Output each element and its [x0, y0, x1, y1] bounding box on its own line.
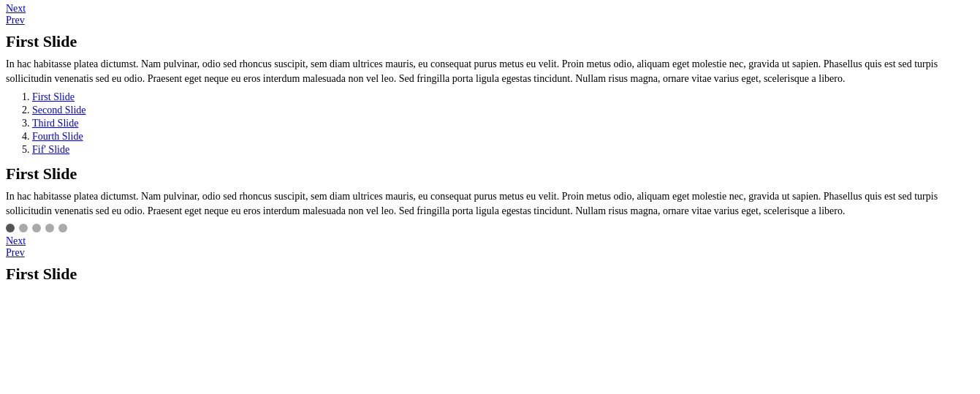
prev-link-bottom[interactable]: Prev — [6, 247, 974, 259]
list-item: Fourth Slide — [32, 131, 974, 143]
prev-link-top[interactable]: Prev — [6, 15, 974, 26]
dot-2[interactable] — [19, 224, 28, 232]
section-3: First Slide — [6, 265, 974, 284]
top-nav: Next Prev — [6, 3, 974, 26]
list-item: Second Slide — [32, 105, 974, 116]
list-item: Fif' Slide — [32, 144, 974, 156]
section-1-body: In hac habitasse platea dictumst. Nam pu… — [6, 57, 974, 86]
carousel-dots — [6, 224, 974, 232]
section-3-title: First Slide — [6, 265, 974, 284]
list-link-5[interactable]: Fif' Slide — [32, 144, 69, 155]
section-2-title: First Slide — [6, 164, 974, 183]
list-link-3[interactable]: Third Slide — [32, 118, 78, 129]
list-link-1[interactable]: First Slide — [32, 91, 75, 102]
list-item: Third Slide — [32, 118, 974, 129]
section-2: First Slide In hac habitasse platea dict… — [6, 164, 974, 218]
section-1: First Slide In hac habitasse platea dict… — [6, 32, 974, 86]
section-2-body: In hac habitasse platea dictumst. Nam pu… — [6, 189, 974, 218]
next-link-bottom[interactable]: Next — [6, 235, 974, 247]
bottom-nav: Next Prev — [6, 235, 974, 259]
list-link-4[interactable]: Fourth Slide — [32, 131, 83, 142]
dot-5[interactable] — [58, 224, 67, 232]
dot-1[interactable] — [6, 224, 15, 232]
section-1-title: First Slide — [6, 32, 974, 51]
dot-4[interactable] — [45, 224, 54, 232]
dot-3[interactable] — [32, 224, 41, 232]
slide-list: First Slide Second Slide Third Slide Fou… — [32, 91, 974, 156]
list-link-2[interactable]: Second Slide — [32, 105, 86, 115]
next-link-top[interactable]: Next — [6, 3, 974, 15]
list-item: First Slide — [32, 91, 974, 103]
